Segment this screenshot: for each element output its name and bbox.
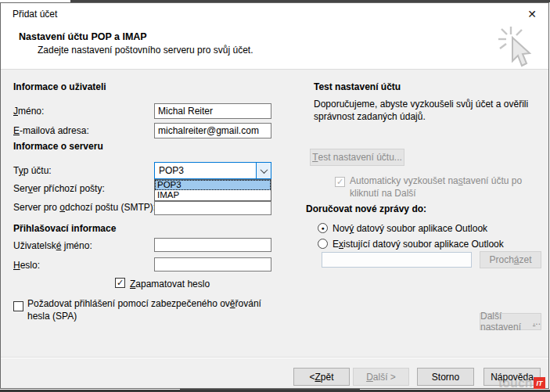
page-subtitle: Zadejte nastavení poštovního serveru pro… [38,45,253,56]
test-settings-description: Doporučujeme, abyste vyzkoušeli svůj úče… [314,98,548,123]
section-user-info: Informace o uživateli [13,81,106,92]
cancel-button[interactable]: Storno [417,368,474,386]
page-title: Nastavení účtu POP a IMAP [19,31,147,42]
radio-dot-icon: ● [321,225,324,231]
auto-test-label[interactable]: Automaticky vyzkoušet nastavení účtu po … [350,174,537,200]
remember-password-label[interactable]: Zapamatovat heslo [130,279,210,290]
password-input[interactable] [154,257,271,272]
checkmark-icon: ✓ [117,279,124,287]
email-label: E-mailová adresa: [13,125,89,136]
wizard-header: Nastavení účtu POP a IMAP Zadejte nastav… [1,23,548,70]
combobox-dropdown-button[interactable] [256,163,271,178]
auto-test-checkbox[interactable]: ✓ [335,177,345,187]
name-input[interactable]: Michal Reiter [154,103,271,119]
spa-checkbox[interactable] [13,301,23,311]
more-settings-button[interactable]: Další nastavení... [480,313,541,330]
footer-separator [1,357,548,358]
existing-data-file-label[interactable]: Existující datový soubor aplikace Outloo… [333,239,504,250]
spa-label[interactable]: Požadovat přihlášení pomocí zabezpečenéh… [27,297,286,322]
section-logon-info: Přihlašovací informace [13,223,116,234]
username-label: Uživatelské jméno: [13,240,92,251]
email-input[interactable]: michalreiter@gmail.com [154,123,271,138]
new-data-file-radio[interactable]: ● [318,223,328,233]
browse-button[interactable]: Procházet [480,251,541,268]
add-account-dialog: Přidat účet ✕ Nastavení účtu POP a IMAP … [0,2,549,389]
password-label: Heslo: [13,260,40,271]
dropdown-option-imap[interactable]: IMAP [155,190,271,200]
cursor-click-icon [492,25,537,69]
section-server-info: Informace o serveru [13,141,103,152]
new-data-file-label[interactable]: Nový datový soubor aplikace Outlook [333,223,487,234]
incoming-server-label: Server příchozí pošty: [13,183,105,194]
data-file-path-input[interactable] [322,252,472,268]
checkmark-icon: ✓ [336,178,343,186]
help-button[interactable]: Nápověda [483,368,541,386]
chevron-down-icon [260,166,268,174]
test-account-button[interactable]: Test nastavení účtu... [310,149,404,166]
account-type-combobox[interactable]: POP3 [154,162,271,179]
account-type-dropdown-list: POP3 IMAP [154,179,271,201]
back-button[interactable]: < Zpět [293,368,350,386]
deliver-messages-heading: Doručovat nové zprávy do: [306,203,426,214]
close-icon: ✕ [527,8,537,20]
account-type-value: POP3 [155,165,256,176]
dropdown-option-pop3[interactable]: POP3 [155,180,271,190]
remember-password-checkbox[interactable]: ✓ [115,278,125,288]
account-type-label: Typ účtu: [13,165,52,176]
outgoing-server-label: Server pro odchozí poštu (SMTP): [13,202,156,213]
titlebar: Přidat účet ✕ [1,3,548,23]
existing-data-file-radio[interactable] [318,239,328,249]
section-test-settings: Test nastavení účtu [314,81,401,92]
next-button[interactable]: Další > [353,368,409,386]
close-button[interactable]: ✕ [520,5,544,23]
name-label: Jméno: [13,106,44,117]
window-title: Přidat účet [13,9,57,20]
username-input[interactable] [154,238,271,252]
outgoing-server-input[interactable] [154,201,271,215]
